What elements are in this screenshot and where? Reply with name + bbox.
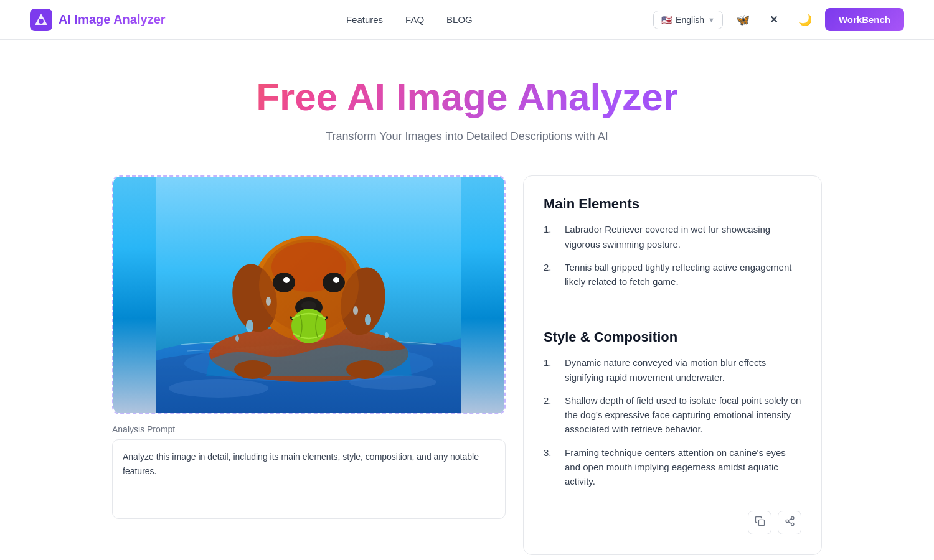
copy-icon [755, 516, 765, 530]
hero-section: Free AI Image Analyzer Transform Your Im… [0, 40, 934, 163]
analysis-prompt-label: Analysis Prompt [112, 424, 506, 434]
style-item-3: Framing technique centers attention on c… [565, 446, 801, 489]
chevron-down-icon: ▼ [708, 16, 715, 24]
list-item: 1. Labrador Retriever covered in wet fur… [544, 222, 801, 251]
style-composition-title: Style & Composition [544, 329, 801, 345]
list-item: 3. Framing technique centers attention o… [544, 446, 801, 489]
workbench-button[interactable]: WorkBench [825, 8, 904, 31]
logo-icon [30, 9, 52, 31]
dog-image [113, 177, 504, 413]
svg-rect-33 [758, 520, 764, 526]
style-composition-section: Style & Composition 1. Dynamic nature co… [544, 329, 801, 488]
logo-area: AI Image Analyzer [30, 9, 166, 31]
section-divider [544, 309, 801, 309]
svg-line-37 [788, 522, 791, 524]
svg-point-18 [301, 301, 316, 310]
share-button[interactable] [778, 511, 801, 534]
svg-point-29 [346, 360, 384, 379]
list-item: 2. Shallow depth of field used to isolat… [544, 393, 801, 437]
right-panel: Main Elements 1. Labrador Retriever cove… [523, 175, 822, 555]
analysis-prompt-textarea[interactable] [123, 450, 495, 506]
main-nav: Features FAQ BLOG [346, 14, 473, 25]
nav-blog[interactable]: BLOG [446, 14, 473, 25]
language-selector[interactable]: 🇺🇸 English ▼ [653, 11, 723, 29]
svg-point-22 [246, 320, 253, 332]
list-item: 2. Tennis ball gripped tightly reflectin… [544, 260, 801, 289]
svg-point-23 [365, 314, 371, 325]
main-elements-section: Main Elements 1. Labrador Retriever cove… [544, 196, 801, 289]
svg-point-15 [283, 277, 290, 283]
share-icon [785, 516, 795, 530]
right-panel-actions [544, 506, 801, 534]
svg-point-2 [39, 19, 44, 24]
analysis-prompt-section: Analysis Prompt [112, 424, 506, 519]
main-elements-title: Main Elements [544, 196, 801, 212]
twitter-x-icon: ✕ [770, 14, 778, 26]
svg-point-28 [234, 360, 271, 379]
main-element-1: Labrador Retriever covered in wet fur sh… [565, 222, 801, 251]
left-panel: Analysis Prompt [112, 175, 506, 555]
header: AI Image Analyzer Features FAQ BLOG 🇺🇸 E… [0, 0, 934, 40]
style-composition-list: 1. Dynamic nature conveyed via motion bl… [544, 355, 801, 488]
lang-flag: 🇺🇸 [661, 15, 672, 25]
svg-point-24 [266, 297, 271, 306]
bluesky-button[interactable]: 🦋 [732, 9, 754, 31]
main-content: Analysis Prompt Main Elements 1. Labrado… [0, 175, 934, 555]
nav-features[interactable]: Features [346, 14, 383, 25]
svg-point-25 [353, 306, 358, 315]
analyze-area: Analyze Image [0, 555, 934, 560]
nav-faq[interactable]: FAQ [405, 14, 424, 25]
style-item-1: Dynamic nature conveyed via motion blur … [565, 355, 801, 385]
main-element-2: Tennis ball gripped tightly reflecting a… [565, 260, 801, 289]
moon-icon: 🌙 [798, 13, 812, 27]
dark-mode-button[interactable]: 🌙 [794, 9, 816, 31]
twitter-x-button[interactable]: ✕ [763, 9, 785, 31]
copy-button[interactable] [748, 511, 771, 534]
svg-point-16 [333, 277, 339, 283]
main-elements-list: 1. Labrador Retriever covered in wet fur… [544, 222, 801, 289]
svg-line-38 [788, 519, 791, 521]
hero-title: Free AI Image Analyzer [30, 75, 904, 119]
logo-text: AI Image Analyzer [59, 12, 166, 27]
svg-point-14 [323, 273, 345, 292]
style-item-2: Shallow depth of field used to isolate f… [565, 393, 801, 437]
lang-label: English [676, 15, 704, 25]
image-container [112, 175, 506, 414]
dog-swimming-illustration [113, 177, 504, 413]
svg-point-26 [235, 335, 239, 342]
bluesky-icon: 🦋 [736, 13, 750, 27]
header-right: 🇺🇸 English ▼ 🦋 ✕ 🌙 WorkBench [653, 8, 904, 31]
svg-point-27 [385, 332, 389, 338]
hero-subtitle: Transform Your Images into Detailed Desc… [30, 130, 904, 143]
svg-point-13 [273, 273, 295, 292]
list-item: 1. Dynamic nature conveyed via motion bl… [544, 355, 801, 385]
